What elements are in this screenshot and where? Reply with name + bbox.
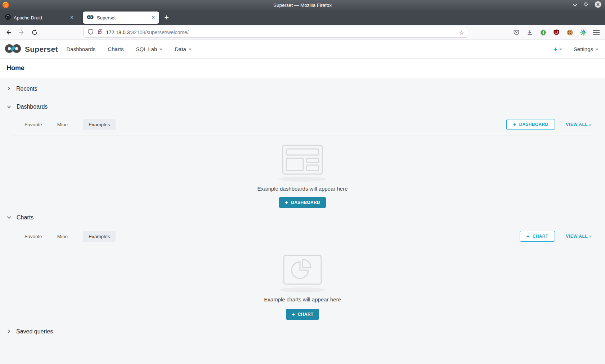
- url-host: 172.18.0.3: [106, 29, 130, 35]
- section-label: Saved queries: [16, 328, 53, 335]
- ublock-icon[interactable]: [552, 28, 561, 37]
- plus-icon: +: [526, 233, 530, 239]
- tab-examples[interactable]: Examples: [83, 231, 116, 242]
- superset-logo[interactable]: Superset: [4, 44, 58, 55]
- bookmark-star-icon[interactable]: ☆: [459, 29, 464, 36]
- tracking-shield-icon[interactable]: [88, 29, 94, 36]
- extension-green-icon[interactable]: [539, 28, 547, 37]
- dashboard-empty-image: [277, 145, 328, 182]
- nav-label: Dashboards: [66, 46, 95, 52]
- extension-colorful-icon[interactable]: [579, 28, 587, 37]
- tab-mine[interactable]: Mine: [57, 231, 68, 242]
- tab-apache-druid[interactable]: Apache Druid ×: [1, 12, 78, 24]
- nav-label: SQL Lab: [136, 46, 157, 52]
- window-titlebar: Superset — Mozilla Firefox: [0, 0, 605, 10]
- insecure-lock-icon[interactable]: [97, 29, 103, 36]
- charts-empty-state: Example charts will appear here + CHART: [0, 246, 605, 320]
- page-title: Home: [0, 59, 605, 78]
- settings-menu[interactable]: Settings: [574, 46, 599, 52]
- section-label: Recents: [16, 86, 37, 92]
- view-all-dashboards-link[interactable]: VIEW ALL »: [566, 122, 592, 127]
- section-recents[interactable]: Recents: [0, 85, 605, 93]
- nav-label: Data: [175, 46, 186, 52]
- chevron-right-icon: [7, 86, 11, 92]
- window-title: Superset — Mozilla Firefox: [0, 3, 605, 8]
- tab-favorite[interactable]: Favorite: [24, 231, 42, 242]
- caret-down-icon: [189, 49, 192, 50]
- section-label: Dashboards: [17, 104, 48, 110]
- button-label: DASHBOARD: [291, 200, 320, 205]
- plus-icon: +: [285, 199, 288, 205]
- welcome-content: Recents Dashboards Favorite Mine Example…: [0, 85, 605, 364]
- button-label: CHART: [298, 312, 314, 317]
- chevron-down-icon: [7, 214, 11, 221]
- chart-cta-button[interactable]: + CHART: [286, 309, 319, 320]
- new-tab-icon[interactable]: +: [164, 13, 169, 22]
- tab-bar: Apache Druid × Superset × +: [0, 10, 605, 25]
- tab-title: Apache Druid: [14, 15, 70, 21]
- nav-sql-lab[interactable]: SQL Lab: [136, 46, 163, 52]
- tab-examples[interactable]: Examples: [83, 119, 116, 130]
- dashboards-subheader: Favorite Mine Examples + DASHBOARD VIEW …: [13, 119, 592, 130]
- superset-navbar: Superset Dashboards Charts SQL Lab Data …: [0, 40, 605, 59]
- url-path: :32108/superset/welcome/: [130, 29, 188, 35]
- chevron-right-icon: [7, 328, 11, 335]
- empty-text: Example charts will appear here: [264, 296, 341, 302]
- dashboards-empty-state: Example dashboards will appear here + DA…: [0, 136, 605, 208]
- view-all-charts-link[interactable]: VIEW ALL »: [566, 234, 592, 239]
- settings-label: Settings: [574, 46, 593, 52]
- superset-favicon: [86, 14, 94, 21]
- nav-label: Charts: [108, 46, 124, 52]
- browser-toolbar: 172.18.0.3:32108/superset/welcome/ ☆: [0, 25, 605, 40]
- plus-icon: +: [292, 311, 295, 317]
- tab-superset[interactable]: Superset ×: [83, 12, 159, 24]
- plus-icon: +: [554, 45, 557, 53]
- nav-data[interactable]: Data: [175, 46, 192, 52]
- download-icon[interactable]: [525, 28, 534, 37]
- tab-title: Superset: [97, 15, 151, 21]
- menu-icon[interactable]: [592, 28, 601, 37]
- cookie-icon[interactable]: [565, 28, 574, 37]
- forward-icon[interactable]: [17, 28, 26, 37]
- reload-icon[interactable]: [30, 28, 39, 37]
- section-charts[interactable]: Charts: [0, 214, 605, 222]
- chart-empty-image: [277, 255, 328, 293]
- back-icon[interactable]: [4, 28, 13, 37]
- url-bar[interactable]: 172.18.0.3:32108/superset/welcome/ ☆: [84, 27, 468, 38]
- druid-favicon: [5, 14, 11, 21]
- caret-down-icon: [559, 49, 562, 50]
- minimize-icon[interactable]: [573, 2, 577, 8]
- close-window-icon[interactable]: [595, 1, 601, 9]
- new-item-menu[interactable]: +: [554, 45, 562, 53]
- tab-favorite[interactable]: Favorite: [24, 119, 42, 130]
- tab-close-icon[interactable]: ×: [151, 15, 156, 21]
- tab-close-icon[interactable]: ×: [70, 15, 74, 21]
- superset-logo-icon: [4, 44, 22, 55]
- dashboard-cta-button[interactable]: + DASHBOARD: [279, 197, 326, 208]
- caret-down-icon: [596, 49, 599, 50]
- new-dashboard-button[interactable]: + DASHBOARD: [506, 119, 555, 130]
- maximize-icon[interactable]: [583, 2, 588, 8]
- url-text: 172.18.0.3:32108/superset/welcome/: [106, 29, 459, 35]
- new-chart-button[interactable]: + CHART: [520, 231, 555, 242]
- button-label: CHART: [533, 234, 548, 239]
- section-label: Charts: [17, 214, 33, 221]
- chevron-down-icon: [7, 104, 11, 110]
- firefox-logo-icon: [2, 1, 9, 10]
- pocket-icon[interactable]: [512, 28, 521, 37]
- tab-mine[interactable]: Mine: [57, 119, 68, 130]
- section-dashboards[interactable]: Dashboards: [0, 103, 605, 111]
- charts-subheader: Favorite Mine Examples + CHART VIEW ALL …: [13, 231, 592, 242]
- nav-dashboards[interactable]: Dashboards: [66, 46, 95, 52]
- brand-name: Superset: [25, 45, 58, 54]
- nav-charts[interactable]: Charts: [108, 46, 124, 52]
- plus-icon: +: [513, 121, 516, 127]
- empty-text: Example dashboards will appear here: [257, 186, 348, 192]
- section-saved-queries[interactable]: Saved queries: [0, 328, 605, 336]
- caret-down-icon: [160, 49, 162, 50]
- button-label: DASHBOARD: [519, 122, 548, 127]
